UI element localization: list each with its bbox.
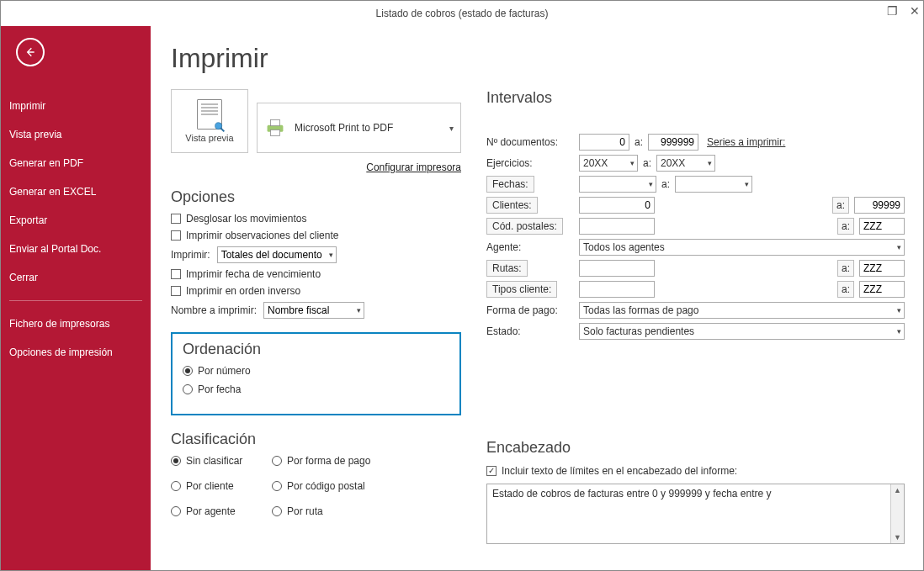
back-button[interactable] (16, 38, 45, 66)
radio-forma-pago[interactable]: Por forma de pago (272, 455, 390, 467)
sidebar-item-fichero-impresoras[interactable]: Fichero de impresoras (1, 309, 151, 338)
agente-label: Agente: (486, 241, 579, 253)
sidebar-separator (9, 300, 142, 301)
chevron-down-icon: ▾ (329, 251, 333, 259)
clientes-a-label: a: (832, 197, 849, 214)
rutas-button[interactable]: Rutas: (486, 260, 528, 277)
sidebar-item-generar-pdf[interactable]: Generar en PDF (1, 149, 151, 177)
scroll-up-icon[interactable]: ▲ (894, 486, 901, 494)
encabezado-title: Encabezado (486, 439, 905, 457)
maximize-icon[interactable]: ❐ (887, 4, 898, 18)
opciones-title: Opciones (171, 188, 461, 206)
radio-por-ruta[interactable]: Por ruta (272, 505, 390, 517)
clasificacion-title: Clasificación (171, 431, 461, 448)
chk-orden-inverso[interactable] (171, 286, 181, 296)
sidebar-item-cerrar[interactable]: Cerrar (1, 263, 151, 292)
agente-select[interactable]: Todos los agentes▾ (579, 239, 905, 256)
radio-sin-clasificar[interactable]: Sin clasificar (171, 455, 272, 467)
sidebar-item-generar-excel[interactable]: Generar en EXCEL (1, 177, 151, 206)
tipos-from-input[interactable] (579, 281, 655, 298)
chk-fecha-vencimiento[interactable] (171, 269, 181, 279)
page-title: Imprimir (171, 43, 905, 74)
fechas-to-select[interactable]: ▾ (675, 176, 752, 193)
configure-printer-link[interactable]: Configurar impresora (366, 161, 461, 173)
clientes-button[interactable]: Clientes: (486, 197, 538, 214)
rutas-to-input[interactable] (859, 260, 905, 277)
arrow-left-icon (24, 45, 37, 59)
sidebar: Imprimir Vista previa Generar en PDF Gen… (1, 26, 151, 570)
radio-por-fecha[interactable]: Por fecha (183, 383, 449, 395)
chevron-down-icon: ▾ (630, 159, 635, 167)
estado-label: Estado: (486, 325, 579, 337)
chk-desglosar[interactable] (171, 214, 181, 224)
encabezado-chk-label: Incluir texto de límites en el encabezad… (502, 465, 737, 477)
forma-pago-label: Forma de pago: (486, 304, 579, 316)
encabezado-textarea[interactable]: Estado de cobros de facturas entre 0 y 9… (486, 484, 905, 544)
svg-rect-3 (271, 120, 280, 126)
scroll-down-icon[interactable]: ▼ (894, 533, 901, 542)
ordenacion-title: Ordenación (183, 341, 449, 358)
ordenacion-group: Ordenación Por número Por fecha (171, 332, 461, 415)
chk-incluir-texto[interactable] (486, 466, 497, 476)
rutas-a-label: a: (837, 260, 854, 277)
magnifier-icon (213, 120, 226, 134)
ndocs-label: Nº documentos: (486, 136, 579, 148)
window-title: Listado de cobros (estado de facturas) (376, 8, 549, 19)
chevron-down-icon: ▾ (449, 124, 454, 133)
clientes-to-input[interactable] (854, 197, 905, 214)
sidebar-item-exportar[interactable]: Exportar (1, 206, 151, 235)
clientes-from-input[interactable] (579, 197, 655, 214)
chevron-down-icon: ▾ (897, 327, 901, 336)
cp-from-input[interactable] (579, 218, 655, 235)
chevron-down-icon: ▾ (745, 180, 749, 188)
ejercicios-label: Ejercicios: (486, 157, 579, 169)
svg-line-1 (220, 128, 224, 131)
tipos-cliente-button[interactable]: Tipos cliente: (486, 281, 557, 298)
ejercicios-to-select[interactable]: 20XX▾ (656, 155, 715, 172)
tipos-a-label: a: (837, 281, 854, 298)
fechas-button[interactable]: Fechas: (486, 176, 534, 193)
vista-previa-button[interactable]: Vista previa (171, 89, 248, 153)
nombre-select[interactable]: Nombre fiscal▾ (263, 302, 364, 319)
vista-previa-label: Vista previa (185, 133, 233, 143)
cp-a-label: a: (837, 218, 854, 235)
chevron-down-icon: ▾ (357, 306, 361, 315)
sidebar-item-portal-doc[interactable]: Enviar al Portal Doc. (1, 235, 151, 263)
rutas-from-input[interactable] (579, 260, 655, 277)
fechas-from-select[interactable]: ▾ (579, 176, 656, 193)
title-bar: Listado de cobros (estado de facturas) ❐… (1, 1, 923, 26)
radio-por-cliente[interactable]: Por cliente (171, 480, 272, 492)
radio-por-numero[interactable]: Por número (183, 365, 449, 377)
chk-observaciones[interactable] (171, 230, 181, 241)
nombre-label: Nombre a imprimir: (171, 304, 257, 316)
encabezado-text: Estado de cobros de facturas entre 0 y 9… (487, 484, 890, 543)
close-icon[interactable]: ✕ (910, 4, 920, 18)
series-link[interactable]: Series a imprimir: (707, 136, 785, 148)
ejercicios-from-select[interactable]: 20XX▾ (579, 155, 638, 172)
printer-select[interactable]: Microsoft Print to PDF ▾ (257, 103, 461, 153)
scrollbar[interactable]: ▲ ▼ (890, 484, 904, 543)
tipos-to-input[interactable] (859, 281, 905, 298)
printer-name: Microsoft Print to PDF (295, 122, 393, 134)
radio-por-cp[interactable]: Por código postal (272, 480, 390, 492)
forma-pago-select[interactable]: Todas las formas de pago▾ (579, 302, 905, 319)
intervalos-title: Intervalos (486, 89, 905, 107)
printer-icon (264, 119, 286, 137)
estado-select[interactable]: Solo facturas pendientes▾ (579, 323, 905, 340)
sidebar-item-opciones-impresion[interactable]: Opciones de impresión (1, 338, 151, 367)
chevron-down-icon: ▾ (897, 306, 901, 315)
svg-rect-4 (271, 130, 280, 135)
sidebar-item-vista-previa[interactable]: Vista previa (1, 120, 151, 149)
cp-to-input[interactable] (859, 218, 905, 235)
sidebar-item-imprimir[interactable]: Imprimir (1, 92, 151, 120)
chevron-down-icon: ▾ (649, 180, 653, 188)
chevron-down-icon: ▾ (897, 243, 901, 251)
ndocs-to-input[interactable] (648, 134, 698, 151)
imprimir-select[interactable]: Totales del documento▾ (217, 246, 337, 263)
imprimir-label: Imprimir: (171, 249, 210, 261)
radio-por-agente[interactable]: Por agente (171, 505, 272, 517)
cp-button[interactable]: Cód. postales: (486, 218, 563, 235)
chevron-down-icon: ▾ (708, 159, 712, 167)
ndocs-from-input[interactable] (579, 134, 629, 151)
document-icon (197, 99, 222, 130)
